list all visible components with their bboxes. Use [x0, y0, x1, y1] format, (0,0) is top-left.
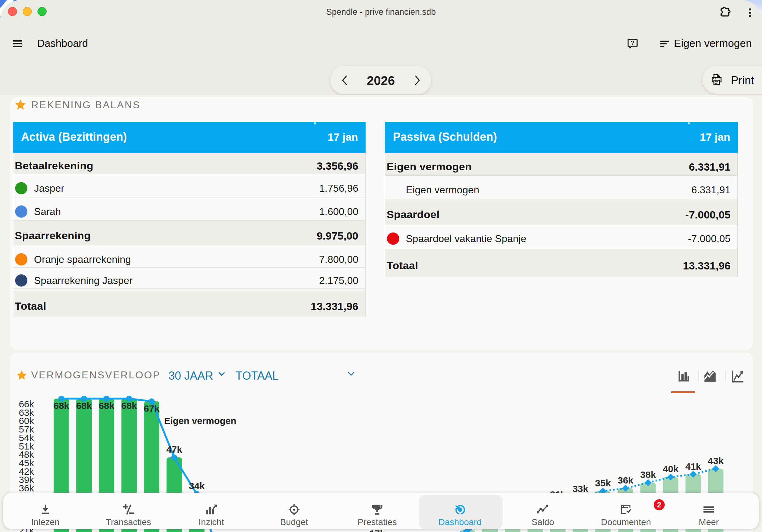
svg-text:40k: 40k	[663, 464, 679, 474]
svg-text:67k: 67k	[144, 403, 160, 414]
svg-text:34k: 34k	[189, 481, 205, 491]
svg-text:36k: 36k	[618, 475, 633, 486]
svg-text:?: ?	[631, 39, 635, 46]
svg-text:Eigen vermogen: Eigen vermogen	[164, 416, 237, 426]
svg-text:43k: 43k	[708, 456, 724, 466]
svg-text:33k: 33k	[572, 484, 588, 494]
svg-text:35k: 35k	[595, 478, 611, 488]
svg-text:38k: 38k	[640, 469, 656, 480]
svg-text:41k: 41k	[685, 461, 701, 472]
svg-text:68k: 68k	[76, 401, 92, 411]
svg-text:68k: 68k	[99, 401, 114, 411]
svg-text:68k: 68k	[121, 401, 137, 411]
svg-text:47k: 47k	[166, 444, 182, 455]
svg-text:68k: 68k	[53, 401, 69, 411]
